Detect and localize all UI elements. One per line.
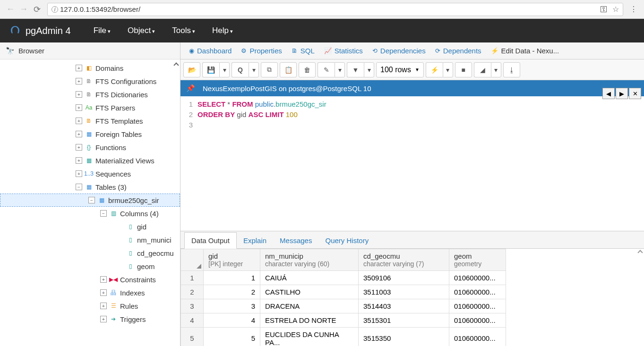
row-number-cell[interactable]: 4	[181, 313, 204, 327]
table-row[interactable]: 22CASTILHO3511003010600000...	[181, 285, 506, 299]
tree-toggle-icon[interactable]: +	[100, 289, 107, 296]
cell-cd-geocmu[interactable]: 3515350	[359, 327, 449, 346]
cell-gid[interactable]: 2	[204, 285, 260, 299]
tree-toggle-icon[interactable]: +	[100, 316, 107, 322]
cell-cd-geocmu[interactable]: 3514403	[359, 299, 449, 313]
find-button[interactable]: Q	[232, 62, 249, 77]
download-button[interactable]: ⭳	[503, 62, 520, 77]
tree-toggle-icon[interactable]: +	[76, 118, 82, 124]
stop-button[interactable]: ■	[455, 62, 472, 77]
tab-dashboard[interactable]: ◉Dashboard	[184, 42, 236, 59]
tree-toggle-icon[interactable]: +	[76, 131, 82, 137]
tree-toggle-icon[interactable]: +	[76, 157, 82, 164]
grid-corner-cell[interactable]	[181, 249, 204, 270]
execute-button[interactable]: ⚡	[426, 62, 443, 77]
cell-geom[interactable]: 010600000...	[449, 299, 506, 313]
app-logo[interactable]: pgAdmin 4	[9, 25, 71, 36]
find-dropdown-button[interactable]: ▾	[249, 62, 259, 77]
data-grid[interactable]: gid[PK] integernm_municipcharacter varyi…	[180, 249, 644, 346]
result-tab-data-output[interactable]: Data Output	[184, 232, 237, 249]
tree-container[interactable]: +◧Domains+🗎FTS Configurations+🗎FTS Dicti…	[0, 59, 180, 346]
cell-geom[interactable]: 010600000...	[449, 313, 506, 327]
cell-cd-geocmu[interactable]: 3511003	[359, 285, 449, 299]
cell-geom[interactable]: 010600000...	[449, 327, 506, 346]
tree-node[interactable]: +AaFTS Parsers	[0, 101, 180, 114]
delete-button[interactable]: 🗑	[299, 62, 316, 77]
menu-file[interactable]: File	[85, 26, 119, 35]
cell-cd-geocmu[interactable]: 3509106	[359, 270, 449, 285]
save-button[interactable]: 💾	[202, 62, 219, 77]
cell-geom[interactable]: 010600000...	[449, 285, 506, 299]
nav-reload-button[interactable]: ⟳	[30, 3, 43, 16]
filter-dropdown-button[interactable]: ▾	[364, 62, 374, 77]
tab-scroll-left-button[interactable]: ◀	[602, 88, 615, 99]
tree-toggle-icon[interactable]: +	[76, 104, 82, 111]
cell-nm-municip[interactable]: DRACENA	[260, 299, 359, 313]
tree-node[interactable]: ▯nm_munici	[0, 233, 180, 246]
pin-icon[interactable]: 📌	[186, 84, 195, 93]
cell-nm-municip[interactable]: CASTILHO	[260, 285, 359, 299]
tree-node[interactable]: ▯geom	[0, 260, 180, 273]
result-tab-messages[interactable]: Messages	[273, 233, 318, 248]
tree-node[interactable]: +🗎FTS Configurations	[0, 75, 180, 88]
column-header[interactable]: cd_geocmucharacter varying (7)	[359, 249, 449, 270]
tree-node[interactable]: ▯gid	[0, 220, 180, 233]
tree-toggle-icon[interactable]: +	[76, 78, 82, 84]
tree-node[interactable]: +1..3Sequences	[0, 167, 180, 180]
paste-button[interactable]: 📋	[280, 62, 297, 77]
clear-button[interactable]: ◢	[474, 62, 491, 77]
tab-statistics[interactable]: 📈Statistics	[319, 42, 368, 59]
tab-sql[interactable]: 🗎SQL	[287, 42, 319, 59]
tab-properties[interactable]: ⚙Properties	[236, 42, 286, 59]
tree-toggle-icon[interactable]: +	[76, 144, 82, 151]
tree-node[interactable]: +▦Materialized Views	[0, 154, 180, 167]
tree-toggle-icon[interactable]: +	[76, 65, 82, 71]
tree-toggle-icon[interactable]: −	[100, 210, 107, 217]
tab-close-button[interactable]: ✕	[629, 88, 641, 99]
tab-scroll-right-button[interactable]: ▶	[616, 88, 628, 99]
tree-toggle-icon[interactable]: +	[100, 303, 107, 309]
tree-toggle-icon[interactable]: +	[76, 170, 82, 177]
chrome-menu-button[interactable]: ⋮	[627, 3, 640, 16]
sql-editor[interactable]: 123 SELECT * FROM public.brmue250gc_sir …	[180, 96, 644, 133]
edit-dropdown-button[interactable]: ▾	[335, 62, 345, 77]
row-number-cell[interactable]: 2	[181, 285, 204, 299]
copy-button[interactable]: ⧉	[261, 62, 278, 77]
cell-nm-municip[interactable]: ESTRELA DO NORTE	[260, 313, 359, 327]
tree-node[interactable]: −▦brmue250gc_sir	[0, 194, 180, 207]
tab-edit-data-nexu-[interactable]: ⚡Edit Data - Nexu...	[486, 42, 564, 59]
column-header[interactable]: gid[PK] integer	[204, 249, 260, 270]
tree-node[interactable]: +◧Domains	[0, 61, 180, 75]
tree-toggle-icon[interactable]: −	[76, 184, 82, 190]
result-tab-query-history[interactable]: Query History	[318, 233, 375, 248]
tree-node[interactable]: −▥Columns (4)	[0, 207, 180, 220]
nav-back-button[interactable]: ←	[4, 3, 17, 16]
tree-node[interactable]: +☰Rules	[0, 299, 180, 312]
tab-dependents[interactable]: ⟳Dependents	[430, 42, 486, 59]
execute-dropdown-button[interactable]: ▾	[443, 62, 453, 77]
cell-nm-municip[interactable]: EUCLIDES DA CUNHA PA...	[260, 327, 359, 346]
tree-node[interactable]: +🗎FTS Templates	[0, 114, 180, 127]
row-number-cell[interactable]: 5	[181, 327, 204, 346]
menu-object[interactable]: Object	[119, 26, 163, 35]
star-icon[interactable]: ☆	[612, 5, 619, 14]
tree-node[interactable]: +▶◀Constraints	[0, 273, 180, 286]
cell-cd-geocmu[interactable]: 3515301	[359, 313, 449, 327]
tree-node[interactable]: +▦Foreign Tables	[0, 127, 180, 141]
tree-node[interactable]: +➔Triggers	[0, 312, 180, 326]
menu-help[interactable]: Help	[204, 26, 241, 35]
tree-toggle-icon[interactable]: +	[76, 91, 82, 98]
filter-button[interactable]: ▼	[347, 62, 364, 77]
save-dropdown-button[interactable]: ▾	[219, 62, 230, 77]
cell-gid[interactable]: 4	[204, 313, 260, 327]
cell-geom[interactable]: 010600000...	[449, 270, 506, 285]
tree-node[interactable]: ▯cd_geocmu	[0, 246, 180, 260]
rows-limit-select[interactable]: 100 rows▼	[376, 62, 424, 77]
tree-node[interactable]: +🗎FTS Dictionaries	[0, 88, 180, 101]
column-header[interactable]: nm_municipcharacter varying (60)	[260, 249, 359, 270]
cell-gid[interactable]: 1	[204, 270, 260, 285]
key-icon[interactable]: ⚿	[600, 5, 608, 14]
cell-nm-municip[interactable]: CAIUÁ	[260, 270, 359, 285]
sql-content[interactable]: SELECT * FROM public.brmue250gc_sir ORDE…	[197, 99, 644, 130]
row-number-cell[interactable]: 1	[181, 270, 204, 285]
